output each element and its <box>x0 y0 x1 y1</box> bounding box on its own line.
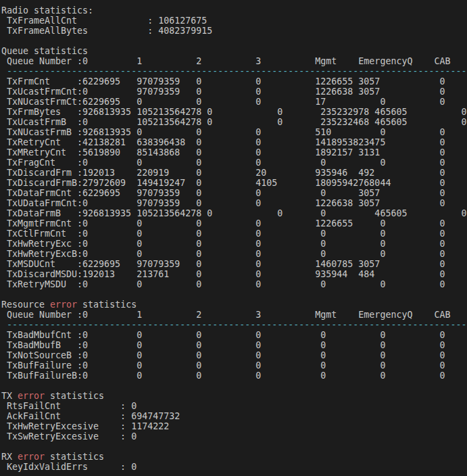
terminal-line-table-row: TxDiscardFrm :192013 220919 0 20 935946 … <box>1 168 467 178</box>
terminal-text: TxCtlFrmCnt :0 0 0 0 0 0 0 <box>1 229 445 239</box>
terminal-line-table-row: TxRetryMSDU :0 0 0 0 0 0 0 <box>1 279 467 289</box>
terminal-line-kv-row: TxFrameAllBytes : 4082379915 <box>1 26 467 36</box>
terminal-line-table-header: Queue Number :0 1 2 3 Mgmt EmergencyQ CA… <box>1 56 467 66</box>
terminal-text: statistics <box>77 300 137 310</box>
separator-dashes: ----------------------------------------… <box>1 320 466 330</box>
terminal-line-table-row: TxFrmCnt :6229695 97079359 0 0 1226655 3… <box>1 76 467 87</box>
terminal-text: TxFrameAllCnt : 106127675 <box>1 16 207 26</box>
terminal-line-blank <box>1 442 467 452</box>
terminal-line-separator: ----------------------------------------… <box>1 320 467 330</box>
terminal-line-table-row: TxCtlFrmCnt :0 0 0 0 0 0 0 <box>1 229 467 239</box>
terminal-line-table-header: Queue Number :0 1 2 3 Mgmt EmergencyQ CA… <box>1 310 467 320</box>
terminal-line-kv-row: KeyIdxValidErrs : 0 <box>1 462 467 472</box>
terminal-text: RtsFailCnt : 0 <box>1 401 137 411</box>
terminal-text: TxSwRetryExcesive : 0 <box>1 431 137 442</box>
terminal-text: TxDiscardFrm :192013 220919 0 20 935946 … <box>1 168 445 178</box>
terminal-text: Queue Number :0 1 2 3 Mgmt EmergencyQ CA… <box>1 56 450 66</box>
terminal-text: TX <box>1 391 18 401</box>
terminal-line-kv-row: AckFailCnt : 694747732 <box>1 411 467 421</box>
terminal-line-table-row: TxUDataFrmCnt:0 97079359 0 0 1226638 305… <box>1 198 467 208</box>
terminal-text: TxFrmBytes :926813935 105213564278 0 0 2… <box>1 107 466 117</box>
terminal-line-table-row: TxBadMbufB :0 0 0 0 0 0 0 <box>1 340 467 350</box>
terminal-text: TxDataFrmCnt :6229695 97079359 0 0 0 305… <box>1 188 445 198</box>
terminal-text: TxFragCnt :0 0 0 0 0 0 0 <box>1 158 445 168</box>
terminal-line-blank <box>1 289 467 300</box>
terminal-line-table-row: TxDiscardMSDU:192013 213761 0 0 935944 4… <box>1 269 467 279</box>
terminal-line-table-row: TxMgmtFrmCnt :0 0 0 0 1226655 0 0 <box>1 218 467 229</box>
terminal-screen: Radio statistics: TxFrameAllCnt : 106127… <box>0 0 467 476</box>
terminal-line-table-row: TxNUcastFrmCt:6229695 0 0 0 17 0 0 <box>1 97 467 107</box>
terminal-text: Queue Number :0 1 2 3 Mgmt EmergencyQ CA… <box>1 310 450 320</box>
terminal-line-table-row: TxFrmBytes :926813935 105213564278 0 0 2… <box>1 107 467 117</box>
terminal-text: TxNotSourceB :0 0 0 0 0 0 0 <box>1 350 445 360</box>
terminal-line-section-title: Resource error statistics <box>1 300 467 310</box>
terminal-line-kv-row: TxSwRetryExcesive : 0 <box>1 431 467 442</box>
error-text: error <box>18 452 45 462</box>
terminal-line-table-row: TxDataFrmCnt :6229695 97079359 0 0 0 305… <box>1 188 467 198</box>
terminal-line-table-row: TxNUcastFrmB :926813935 0 0 0 510 0 0 <box>1 127 467 137</box>
terminal-text: TxBufFailure :0 0 0 0 0 0 0 <box>1 360 445 371</box>
terminal-line-section-title: TX error statistics <box>1 391 467 401</box>
terminal-text: TxHwRetryExc :0 0 0 0 0 0 0 <box>1 239 445 249</box>
terminal-line-blank <box>1 36 467 46</box>
terminal-text: Resource <box>1 300 50 310</box>
terminal-text: TxDiscardFrmB:27972609 149419247 0 4105 … <box>1 178 445 188</box>
terminal-text: TxUcastFrmB :0 105213564278 0 0 23523246… <box>1 117 466 127</box>
terminal-text: Queue statistics <box>1 46 88 56</box>
terminal-text: TxUcastFrmCnt:0 97079359 0 0 1226638 305… <box>1 87 445 97</box>
terminal-text: TxNUcastFrmCt:6229695 0 0 0 17 0 0 <box>1 97 445 107</box>
error-text: error <box>18 391 45 401</box>
terminal-line-table-row: TxMRetryCnt :5619890 85143868 0 0 189215… <box>1 147 467 158</box>
terminal-text: statistics <box>45 452 104 462</box>
terminal-text: TxRetryCnt :42138281 638396438 0 0 14189… <box>1 137 445 147</box>
terminal-text: TxMSDUCnt :6229695 97079359 0 0 1460785 … <box>1 259 445 269</box>
terminal-line-table-row: TxHwRetryExcB:0 0 0 0 0 0 0 <box>1 249 467 259</box>
terminal-line-table-row: TxMSDUCnt :6229695 97079359 0 0 1460785 … <box>1 259 467 269</box>
terminal-line-table-row: TxRetryCnt :42138281 638396438 0 0 14189… <box>1 137 467 147</box>
terminal-line-table-row: TxNotSourceB :0 0 0 0 0 0 0 <box>1 350 467 360</box>
terminal-text: TxHwRetryExcB:0 0 0 0 0 0 0 <box>1 249 445 259</box>
terminal-line-separator: ----------------------------------------… <box>1 66 467 76</box>
terminal-text: statistics <box>45 391 104 401</box>
error-text: error <box>50 300 77 310</box>
terminal-text: TxRetryMSDU :0 0 0 0 0 0 0 <box>1 279 445 289</box>
terminal-text: TxBadMbufB :0 0 0 0 0 0 0 <box>1 340 445 350</box>
terminal-text: KeyIdxValidErrs : 0 <box>1 462 137 472</box>
terminal-line-table-row: TxBufFailureB:0 0 0 0 0 0 0 <box>1 371 467 381</box>
terminal-text: TxBadMbufCnt :0 0 0 0 0 0 0 <box>1 330 445 340</box>
terminal-text: TxFrmCnt :6229695 97079359 0 0 1226655 3… <box>1 76 445 87</box>
terminal-text: TxMgmtFrmCnt :0 0 0 0 1226655 0 0 <box>1 218 445 229</box>
terminal-line-table-row: TxFragCnt :0 0 0 0 0 0 0 <box>1 158 467 168</box>
terminal-text: RX <box>1 452 18 462</box>
terminal-line-table-row: TxDiscardFrmB:27972609 149419247 0 4105 … <box>1 178 467 188</box>
terminal-text: TxUDataFrmCnt:0 97079359 0 0 1226638 305… <box>1 198 445 208</box>
terminal-line-section-title: RX error statistics <box>1 452 467 462</box>
terminal-text: TxHwRetryExcesive : 1174222 <box>1 421 169 431</box>
terminal-line-table-row: TxUcastFrmCnt:0 97079359 0 0 1226638 305… <box>1 87 467 97</box>
terminal-line-kv-row: TxFrameAllCnt : 106127675 <box>1 16 467 26</box>
terminal-text: AckFailCnt : 694747732 <box>1 411 180 421</box>
terminal-text: TxDataFrmB :926813935 105213564278 0 0 0… <box>1 208 466 218</box>
terminal-line-section-title: Radio statistics: <box>1 5 467 16</box>
terminal-line-table-row: TxUcastFrmB :0 105213564278 0 0 23523246… <box>1 117 467 127</box>
terminal-line-section-title: Queue statistics <box>1 46 467 56</box>
separator-dashes: ----------------------------------------… <box>1 66 466 76</box>
terminal-line-kv-row: RtsFailCnt : 0 <box>1 401 467 411</box>
terminal-text: TxBufFailureB:0 0 0 0 0 0 0 <box>1 371 445 381</box>
terminal-text: TxMRetryCnt :5619890 85143868 0 0 189215… <box>1 147 445 158</box>
terminal-text: TxNUcastFrmB :926813935 0 0 0 510 0 0 <box>1 127 445 137</box>
terminal-line-table-row: TxBufFailure :0 0 0 0 0 0 0 <box>1 360 467 371</box>
terminal-text: Radio statistics: <box>1 5 93 16</box>
terminal-line-table-row: TxHwRetryExc :0 0 0 0 0 0 0 <box>1 239 467 249</box>
terminal-text: TxDiscardMSDU:192013 213761 0 0 935944 4… <box>1 269 445 279</box>
terminal-text: TxFrameAllBytes : 4082379915 <box>1 26 212 36</box>
terminal-line-kv-row: TxHwRetryExcesive : 1174222 <box>1 421 467 431</box>
terminal-line-blank <box>1 381 467 391</box>
terminal-line-table-row: TxBadMbufCnt :0 0 0 0 0 0 0 <box>1 330 467 340</box>
terminal-line-table-row: TxDataFrmB :926813935 105213564278 0 0 0… <box>1 208 467 218</box>
